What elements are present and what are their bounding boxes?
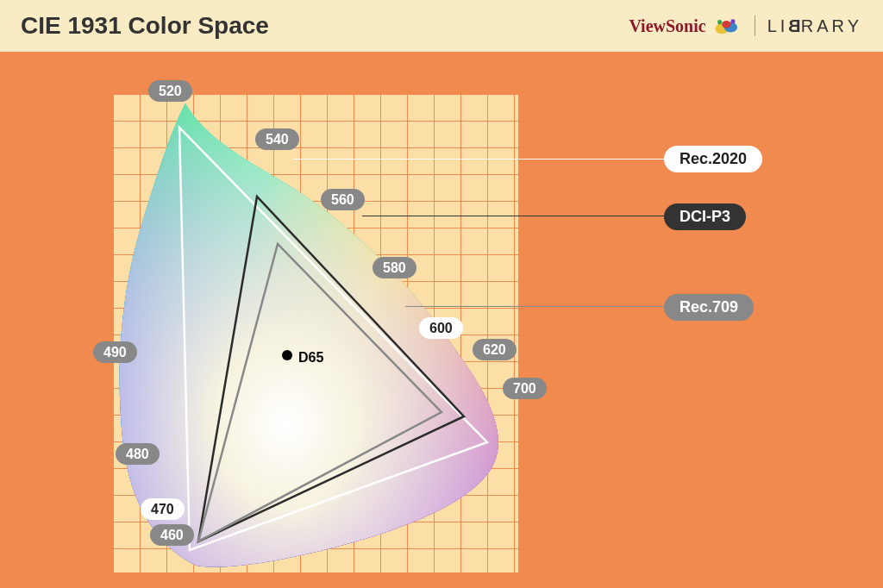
whitepoint-label: D65 bbox=[298, 350, 323, 366]
legend-rec709: Rec.709 bbox=[664, 294, 754, 321]
wavelength-580: 580 bbox=[373, 257, 416, 278]
wavelength-600: 600 bbox=[419, 317, 463, 339]
wavelength-700: 700 bbox=[503, 378, 547, 399]
svg-point-3 bbox=[717, 20, 722, 24]
leader-rec2020 bbox=[293, 159, 664, 160]
legend-rec2020: Rec.2020 bbox=[664, 146, 762, 172]
header-bar: CIE 1931 Color Space ViewSonic LIBRARY bbox=[0, 0, 883, 52]
wavelength-620: 620 bbox=[473, 339, 517, 360]
wavelength-560: 560 bbox=[321, 189, 365, 210]
diagram-stage: 520 540 560 580 600 620 700 490 480 470 … bbox=[0, 52, 883, 588]
leader-dcip3 bbox=[362, 216, 664, 216]
leader-rec709 bbox=[405, 306, 664, 307]
library-wordmark: LIBRARY bbox=[767, 16, 862, 36]
wavelength-540: 540 bbox=[255, 128, 299, 150]
page-title: CIE 1931 Color Space bbox=[21, 12, 629, 40]
wavelength-490: 490 bbox=[93, 341, 137, 363]
legend-dcip3: DCI-P3 bbox=[664, 203, 746, 230]
page-root: CIE 1931 Color Space ViewSonic LIBRARY bbox=[0, 0, 883, 588]
wavelength-480: 480 bbox=[116, 443, 160, 465]
wavelength-470: 470 bbox=[141, 498, 185, 520]
wavelength-520: 520 bbox=[148, 80, 192, 102]
brand-logo-text: ViewSonic bbox=[629, 16, 705, 36]
brand-birds-icon bbox=[713, 16, 742, 36]
header-divider bbox=[755, 16, 755, 36]
whitepoint-dot bbox=[282, 350, 292, 360]
wavelength-460: 460 bbox=[150, 524, 194, 546]
svg-point-2 bbox=[722, 21, 730, 28]
svg-point-4 bbox=[730, 19, 735, 23]
